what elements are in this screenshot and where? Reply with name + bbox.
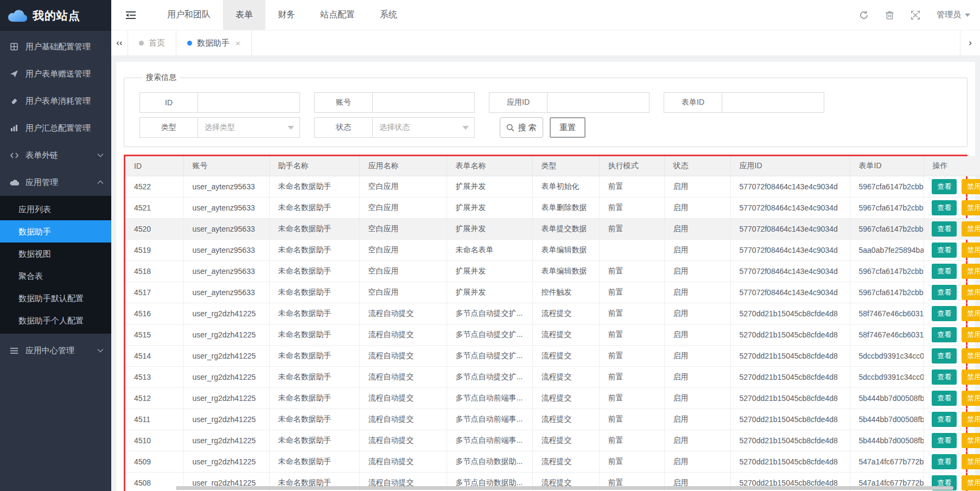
view-button[interactable]: 查看	[932, 200, 957, 215]
view-button[interactable]: 查看	[932, 412, 957, 427]
submenu-item-3[interactable]: 数据视图	[0, 243, 111, 265]
search-select-control[interactable]: 选择状态	[373, 117, 475, 138]
search-panel-title: 搜索信息	[143, 73, 180, 82]
view-button[interactable]: 查看	[932, 327, 957, 342]
cell-mode: 前置	[599, 282, 664, 303]
submenu-item-2[interactable]: 数据助手	[0, 220, 111, 243]
cell-app_id: 577072f08464c143e4c9034d	[730, 240, 850, 261]
disable-button[interactable]: 禁用	[962, 200, 980, 215]
cell-actions: 查看禁用	[924, 219, 980, 240]
disable-button[interactable]: 禁用	[962, 412, 980, 427]
cell-status: 启用	[664, 176, 730, 197]
cell-type: 流程提交	[532, 430, 599, 451]
search-button[interactable]: 搜 索	[500, 117, 543, 138]
sidebar-item-label: 用户表单消耗管理	[26, 96, 91, 106]
tabs-scroll-right-icon[interactable]: ›	[960, 30, 980, 55]
cell-form_id: 5b444bb7d00508fb4	[850, 409, 924, 430]
disable-button[interactable]: 禁用	[962, 369, 980, 385]
tab-1[interactable]: 首页	[128, 30, 176, 55]
search-field-input[interactable]	[722, 92, 824, 113]
search-field-input[interactable]	[373, 92, 475, 113]
trash-icon[interactable]	[885, 10, 894, 20]
disable-button[interactable]: 禁用	[962, 475, 980, 490]
cell-app_id: 5270dd21b15045cb8cfde4d8	[730, 430, 850, 451]
disable-button[interactable]: 禁用	[962, 348, 980, 364]
column-header: 执行模式	[599, 156, 664, 176]
search-row-1: ID账号应用ID表单ID	[139, 92, 956, 113]
fullscreen-icon[interactable]	[911, 10, 920, 20]
search-field-input[interactable]	[198, 92, 300, 113]
view-button[interactable]: 查看	[932, 285, 957, 300]
disable-button[interactable]: 禁用	[962, 285, 980, 300]
disable-button[interactable]: 禁用	[962, 454, 980, 469]
disable-button[interactable]: 禁用	[962, 264, 980, 279]
tabs-scroll-left-icon[interactable]: ‹‹	[111, 30, 128, 55]
sidebar-item-6[interactable]: 应用管理	[0, 169, 111, 196]
disable-button[interactable]: 禁用	[962, 327, 980, 342]
reset-button[interactable]: 重置	[550, 117, 586, 138]
disable-button[interactable]: 禁用	[962, 221, 980, 237]
cell-type: 流程提交	[532, 409, 599, 430]
close-icon[interactable]: ×	[236, 39, 240, 48]
disable-button[interactable]: 禁用	[962, 179, 980, 194]
sidebar-item-label: 用户汇总配置管理	[26, 123, 91, 133]
view-button[interactable]: 查看	[932, 179, 957, 194]
sidebar-item-3[interactable]: 用户表单消耗管理	[0, 87, 111, 114]
view-button[interactable]: 查看	[932, 221, 957, 237]
view-button[interactable]: 查看	[932, 306, 957, 321]
view-button[interactable]: 查看	[932, 369, 957, 385]
view-button[interactable]: 查看	[932, 243, 957, 258]
sidebar-item-1[interactable]: 用户基础配置管理	[0, 33, 111, 60]
nav-item-4[interactable]: 站点配置	[308, 0, 367, 30]
sidebar-item-4[interactable]: 用户汇总配置管理	[0, 114, 111, 142]
cell-id: 4518	[125, 261, 183, 282]
column-header: 类型	[532, 156, 599, 176]
disable-button[interactable]: 禁用	[962, 433, 980, 448]
view-button[interactable]: 查看	[932, 391, 957, 406]
sidebar-item-app-center[interactable]: 应用中心管理	[0, 337, 111, 364]
cell-app: 空白应用	[359, 176, 447, 197]
view-button[interactable]: 查看	[932, 454, 957, 469]
action-buttons: 查看禁用	[933, 348, 980, 364]
sidebar-item-2[interactable]: 用户表单赠送管理	[0, 60, 111, 87]
cell-mode: 前置	[599, 197, 664, 219]
view-button[interactable]: 查看	[932, 433, 957, 448]
submenu-item-5[interactable]: 数据助手默认配置	[0, 287, 111, 309]
view-button[interactable]: 查看	[932, 348, 957, 364]
cell-mode	[599, 240, 664, 261]
cell-account: user_rg2dzh41225	[183, 430, 269, 451]
nav-item-1[interactable]: 用户和团队	[155, 0, 223, 30]
cell-assistant: 未命名数据助手	[269, 451, 359, 473]
sidebar-item-5[interactable]: 表单外链	[0, 142, 111, 169]
cell-form: 多节点自动前端事...	[447, 388, 532, 409]
cell-type: 流程提交	[532, 324, 599, 346]
tab-2[interactable]: 数据助手×	[176, 30, 252, 55]
user-menu[interactable]: 管理员	[937, 10, 970, 20]
submenu-item-4[interactable]: 聚合表	[0, 265, 111, 287]
disable-button[interactable]: 禁用	[962, 306, 980, 321]
view-button[interactable]: 查看	[932, 264, 957, 279]
select-placeholder: 选择类型	[205, 123, 235, 132]
search-select-control[interactable]: 选择类型	[198, 117, 300, 138]
cell-id: 4509	[125, 451, 183, 473]
nav-item-5[interactable]: 系统	[367, 0, 410, 30]
search-field-1: ID	[139, 92, 300, 113]
search-field-input[interactable]	[548, 92, 650, 113]
table-row: 4509user_rg2dzh41225未命名数据助手流程自动提交多节点自动数据…	[125, 451, 980, 473]
cell-account: user_rg2dzh41225	[183, 346, 269, 367]
chevron-down-icon	[965, 14, 970, 17]
disable-button[interactable]: 禁用	[962, 391, 980, 406]
submenu-item-6[interactable]: 数据助手个人配置	[0, 309, 111, 331]
refresh-icon[interactable]	[859, 10, 869, 20]
submenu-item-1[interactable]: 应用列表	[0, 198, 111, 220]
nav-item-2[interactable]: 表单	[223, 0, 265, 30]
column-header: 状态	[664, 156, 730, 176]
cell-form: 多节点自动提交扩...	[447, 303, 532, 324]
disable-button[interactable]: 禁用	[962, 243, 980, 258]
cell-id: 4508	[125, 473, 183, 491]
sidebar-collapse-icon[interactable]	[125, 10, 136, 20]
horizontal-scrollbar[interactable]	[176, 486, 953, 490]
search-select-2: 状态选择状态	[314, 117, 475, 138]
column-header: 助手名称	[269, 156, 359, 176]
nav-item-3[interactable]: 财务	[265, 0, 308, 30]
